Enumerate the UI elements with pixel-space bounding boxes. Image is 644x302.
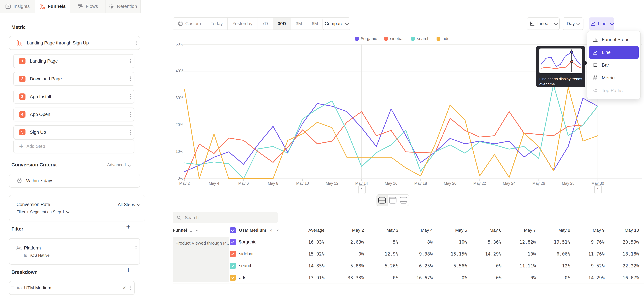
- close-icon: ✕: [122, 286, 126, 290]
- series-checkbox[interactable]: [230, 227, 236, 234]
- layout-chart-only-button[interactable]: [388, 194, 398, 206]
- funnel-step-download-page[interactable]: 2Download Page: [13, 72, 134, 86]
- menu-item-funnel-steps[interactable]: Funnel Steps: [589, 33, 639, 46]
- cell-value: 11.76%: [588, 251, 604, 256]
- menu-item-bar[interactable]: Bar: [589, 59, 639, 72]
- cell-value: 0%: [565, 275, 570, 280]
- x-axis-label: May 18: [409, 181, 432, 186]
- step-number-badge: 3: [19, 94, 26, 100]
- column-header-may-3[interactable]: May 3: [367, 225, 402, 236]
- menu-item-line[interactable]: Line: [589, 46, 639, 59]
- value-cell: 12%: [539, 260, 574, 272]
- column-header-may-9[interactable]: May 9: [574, 225, 608, 236]
- value-cell: 8%: [402, 236, 436, 248]
- cell-value: 22.22%: [622, 263, 639, 268]
- column-header-may-5[interactable]: May 5: [436, 225, 470, 236]
- value-cell: 14.29%: [574, 272, 608, 284]
- series-name-cell[interactable]: ads: [230, 272, 278, 284]
- cell-value: 20.59%: [622, 240, 639, 244]
- conversion-rate-label: Conversion Rate: [16, 202, 50, 207]
- cell-value: 14.29%: [588, 275, 604, 280]
- series-name-cell[interactable]: $organic: [230, 236, 278, 248]
- breakdown-card-utm-medium[interactable]: Aa UTM Medium ✕: [9, 281, 135, 295]
- add-filter-button[interactable]: +: [126, 224, 130, 230]
- funnel-col-count: 1: [190, 228, 192, 233]
- annotation-marker-may-30[interactable]: 1: [594, 185, 602, 194]
- menu-item-label: Funnel Steps: [602, 37, 630, 42]
- x-axis-label: May 30: [586, 181, 610, 186]
- flows-icon: [77, 4, 83, 9]
- funnel-step-sign-up[interactable]: 5Sign Up: [13, 125, 134, 139]
- table-row-search: search14.85%5.88%5.26%6.25%5.56%0%11.11%…: [173, 260, 644, 272]
- tab-flows[interactable]: Flows: [70, 0, 106, 13]
- filter-card-platform[interactable]: Aa Platform Is iOS Native: [9, 238, 140, 264]
- step-kebab-button[interactable]: [127, 112, 134, 117]
- column-header-average[interactable]: Average: [278, 225, 328, 236]
- menu-item-top-paths[interactable]: Top Paths: [589, 84, 639, 97]
- layout-toggle-group: [376, 194, 409, 206]
- tab-retention[interactable]: Retention: [106, 0, 141, 13]
- step-label: Landing Page: [30, 58, 58, 64]
- series-name-cell[interactable]: sidebar: [230, 248, 278, 260]
- column-header-may-10[interactable]: May 10: [608, 225, 642, 236]
- menu-item-label: Bar: [602, 62, 609, 68]
- column-header-may-7[interactable]: May 7: [505, 225, 539, 236]
- series-checkbox[interactable]: [230, 275, 236, 281]
- column-header-may-8[interactable]: May 8: [539, 225, 574, 236]
- tab-insights[interactable]: Insights: [0, 0, 35, 13]
- series-name: sidebar: [239, 251, 254, 256]
- series-checkbox[interactable]: [230, 251, 236, 257]
- metric-card[interactable]: Landing Page through Sign Up: [9, 36, 140, 50]
- metric-kebab-button[interactable]: [133, 40, 140, 46]
- x-axis-label: May 28: [556, 181, 580, 186]
- add-breakdown-button[interactable]: +: [126, 268, 130, 273]
- filter-section-label: Filter: [12, 226, 23, 232]
- breakdown-column-header[interactable]: UTM Medium4: [230, 225, 278, 236]
- series-name-cell[interactable]: search: [230, 260, 278, 272]
- table-search[interactable]: [173, 212, 278, 223]
- drag-handle-icon[interactable]: [11, 288, 14, 288]
- conversion-rate-scope-dropdown[interactable]: All Steps: [118, 202, 140, 207]
- funnel-step-app-open[interactable]: 4App Open: [13, 108, 134, 121]
- cell-value: 14.85%: [308, 263, 324, 268]
- tab-funnels[interactable]: Funnels: [35, 0, 70, 13]
- column-header-may-2[interactable]: May 2: [328, 225, 367, 236]
- column-header-may-6[interactable]: May 6: [470, 225, 505, 236]
- funnel-name-cell[interactable]: Product Viewed through P...: [173, 237, 230, 282]
- x-axis-label: May 6: [232, 181, 255, 186]
- value-cell: 16.67%: [608, 272, 642, 284]
- funnel-column-header[interactable]: Funnel1: [173, 225, 230, 236]
- step-kebab-button[interactable]: [127, 129, 134, 135]
- column-header-may-4[interactable]: May 4: [402, 225, 436, 236]
- advanced-toggle[interactable]: Advanced: [107, 162, 130, 167]
- layout-split-button[interactable]: [377, 194, 388, 206]
- step-kebab-button[interactable]: [127, 94, 134, 100]
- breakdown-kebab-button[interactable]: [127, 285, 134, 291]
- search-input[interactable]: [184, 215, 269, 220]
- cell-value: 12.82%: [520, 240, 536, 244]
- cell-value: 5.26%: [385, 263, 398, 268]
- metric-section-label: Metric: [12, 24, 26, 30]
- series-checkbox[interactable]: [230, 239, 236, 245]
- series-checkbox[interactable]: [230, 263, 236, 269]
- step-kebab-button[interactable]: [127, 76, 134, 82]
- funnel-step-landing-page[interactable]: 1Landing Page: [13, 54, 134, 68]
- breakdown-property-name: UTM Medium: [24, 286, 51, 290]
- cell-value: 9.76%: [591, 240, 604, 244]
- line-chart-tooltip: Line charts display trends over time.: [536, 46, 585, 87]
- menu-item-metric[interactable]: Metric: [589, 72, 639, 84]
- step-kebab-button[interactable]: [127, 58, 134, 64]
- layout-table-only-button[interactable]: [398, 194, 409, 206]
- x-axis-label: May 14: [350, 181, 373, 186]
- metric-icon: [592, 75, 598, 81]
- filter-kebab-button[interactable]: [132, 245, 140, 251]
- remove-breakdown-button[interactable]: ✕: [122, 284, 127, 292]
- filter-segment-dropdown[interactable]: Filter + Segment on Step 1: [16, 210, 140, 214]
- funnel-step-app-install[interactable]: 3App Install: [13, 90, 134, 104]
- conversion-window-card[interactable]: Within 7 days: [9, 174, 140, 188]
- add-step-button[interactable]: + Add Step: [13, 140, 134, 153]
- menu-item-label: Top Paths: [602, 88, 623, 93]
- annotation-marker-may-14[interactable]: 1: [358, 185, 366, 194]
- kebab-icon: [130, 288, 131, 288]
- kebab-icon: [130, 132, 131, 133]
